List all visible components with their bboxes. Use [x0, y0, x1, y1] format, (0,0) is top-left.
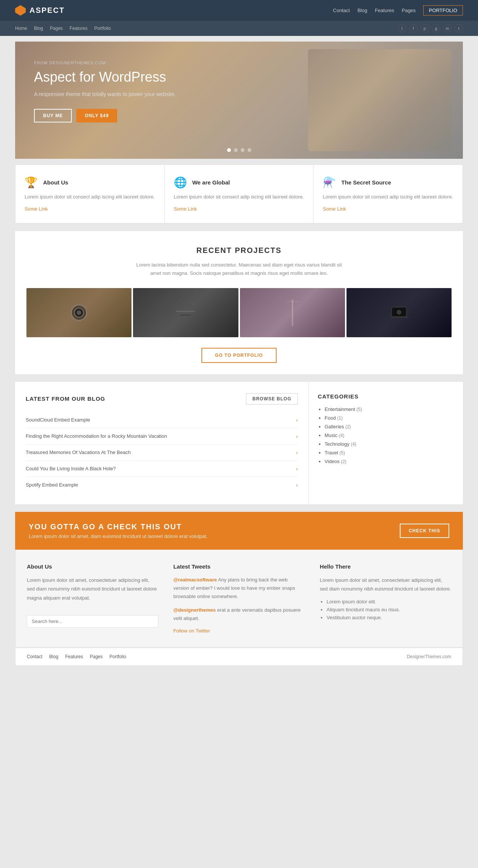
sec-nav-home[interactable]: Home [15, 26, 27, 31]
hero-buttons: BUY ME ONLY $49 [34, 109, 444, 122]
tweets-widget: Latest Tweets @realmacsoftware Any plans… [166, 563, 312, 634]
sec-nav-portfolio[interactable]: Portfolio [94, 26, 111, 31]
footer-link-features[interactable]: Features [65, 654, 83, 659]
social-icons-group: t f p g in t [398, 24, 463, 33]
hero-dot-4[interactable] [248, 148, 251, 152]
footer-link-pages[interactable]: Pages [90, 654, 103, 659]
hero-dot-1[interactable] [227, 148, 231, 152]
category-item-technology[interactable]: Technology (4) [325, 441, 454, 447]
follow-on-twitter-link[interactable]: Follow on Twitter [173, 628, 305, 634]
blog-item-text-1: Finding the Right Accommodation for a Ro… [26, 433, 167, 439]
blog-arrow-icon-3: › [296, 466, 298, 472]
footer-link-portfolio[interactable]: Portfolio [110, 654, 126, 659]
category-item-galleries[interactable]: Galleries (2) [325, 424, 454, 429]
hero-dots [227, 148, 251, 152]
project-image-2[interactable] [133, 288, 238, 337]
go-to-portfolio-button[interactable]: GO TO PORTFOLIO [201, 348, 277, 363]
hello-widget: Hello There Lorem ipsum dolor sit amet, … [312, 563, 451, 634]
nav-contact[interactable]: Contact [333, 8, 350, 13]
linkedin-icon[interactable]: in [443, 24, 452, 33]
feature-text-secret: Lorem ipsum dolor sit consect adip iscin… [323, 193, 453, 201]
nav-blog[interactable]: Blog [357, 8, 367, 13]
logo-icon [15, 5, 26, 16]
blog-item-4[interactable]: Spotify Embed Example › [26, 477, 298, 493]
hello-list-item-0: Lorem ipsum dolor elit. [326, 599, 451, 604]
category-item-videos[interactable]: Videos (2) [325, 459, 454, 464]
feature-boxes: 🏆 About Us Lorem ipsum dolor sit consect… [15, 164, 463, 223]
project-images-grid [26, 288, 452, 337]
nav-portfolio[interactable]: PORTFOLIO [423, 5, 463, 16]
recent-projects-section: RECENT PROJECTS Lorem lacinia bibendum n… [15, 231, 463, 374]
feature-box-about: 🏆 About Us Lorem ipsum dolor sit consect… [15, 165, 165, 223]
googleplus-icon[interactable]: g [432, 24, 440, 33]
category-link-galleries[interactable]: Galleries (2) [325, 424, 351, 429]
browse-blog-button[interactable]: BROWSE BLOG [246, 393, 298, 405]
pinterest-icon[interactable]: p [421, 24, 429, 33]
tweet-handle-1[interactable]: @realmacsoftware [173, 577, 217, 583]
project-image-3[interactable] [240, 288, 345, 337]
category-count-videos: (2) [341, 459, 347, 464]
category-item-travel[interactable]: Travel (5) [325, 450, 454, 456]
feature-title-global: We are Global [192, 179, 230, 186]
feature-link-about[interactable]: Some Link [25, 206, 48, 212]
hello-list-item-2: Vestibulum auctor neque. [326, 615, 451, 620]
laptop-svg [388, 305, 410, 320]
only-49-button[interactable]: ONLY $49 [76, 109, 117, 122]
blog-section-title: LATEST FROM OUR BLOG [26, 395, 105, 402]
svg-point-10 [397, 310, 401, 314]
flask-icon: ⚗️ [323, 176, 336, 189]
category-link-food[interactable]: Food (1) [325, 415, 343, 421]
blog-item-0[interactable]: SoundCloud Embed Example › [26, 412, 298, 428]
buy-me-button[interactable]: BUY ME [34, 109, 72, 122]
check-this-button[interactable]: CHECK THIS [400, 524, 449, 538]
blog-arrow-icon-4: › [296, 482, 298, 488]
go-portfolio-container: GO TO PORTFOLIO [26, 348, 452, 363]
tools-svg [174, 305, 197, 320]
category-count-food: (1) [337, 415, 343, 421]
feature-link-global[interactable]: Some Link [174, 206, 197, 212]
search-input[interactable] [27, 615, 158, 628]
feature-link-secret[interactable]: Some Link [323, 206, 346, 212]
category-item-music[interactable]: Music (4) [325, 432, 454, 438]
project-image-1[interactable] [26, 288, 131, 337]
sec-nav-features[interactable]: Features [70, 26, 87, 31]
blog-item-2[interactable]: Treasured Memories Of Vacations At The B… [26, 445, 298, 461]
nav-features[interactable]: Features [375, 8, 394, 13]
category-link-travel[interactable]: Travel (5) [325, 450, 345, 456]
footer-link-contact[interactable]: Contact [27, 654, 42, 659]
footer-link-blog[interactable]: Blog [49, 654, 58, 659]
blog-item-3[interactable]: Could You Be Living Inside A Black Hole?… [26, 461, 298, 477]
hero-content: FROM DESIGNERTHEMES.COM Aspect for WordP… [15, 42, 463, 141]
category-link-videos[interactable]: Videos (2) [325, 459, 347, 464]
sec-nav-pages[interactable]: Pages [50, 26, 63, 31]
feature-header-about: 🏆 About Us [25, 176, 155, 189]
feature-header-global: 🌐 We are Global [174, 176, 305, 189]
footer-widgets: About Us Lorem ipsum dolor sit amet, con… [15, 550, 463, 648]
hero-dot-3[interactable] [241, 148, 244, 152]
category-item-entertainment[interactable]: Entertainment (5) [325, 406, 454, 412]
sec-nav-blog[interactable]: Blog [34, 26, 43, 31]
cta-banner: YOU GOTTA GO A CHECK THIS OUT Lorem ipsu… [15, 512, 463, 550]
cta-content: YOU GOTTA GO A CHECK THIS OUT Lorem ipsu… [29, 522, 207, 539]
camera-svg [68, 301, 90, 324]
blog-item-1[interactable]: Finding the Right Accommodation for a Ro… [26, 428, 298, 445]
category-count-entertainment: (5) [357, 407, 362, 412]
twitter-icon[interactable]: t [398, 24, 406, 33]
svg-rect-6 [292, 299, 293, 326]
facebook-icon[interactable]: f [409, 24, 418, 33]
hero-dot-2[interactable] [234, 148, 238, 152]
project-image-4[interactable] [347, 288, 452, 337]
category-link-music[interactable]: Music (4) [325, 432, 344, 438]
feature-header-secret: ⚗️ The Secret Source [323, 176, 453, 189]
logo[interactable]: ASPECT [15, 5, 65, 16]
about-widget: About Us Lorem ipsum dolor sit amet, con… [27, 563, 166, 634]
categories-list: Entertainment (5) Food (1) Galleries (2)… [318, 406, 454, 464]
tumblr-icon[interactable]: t [455, 24, 463, 33]
category-link-entertainment[interactable]: Entertainment (5) [325, 406, 362, 412]
category-link-technology[interactable]: Technology (4) [325, 441, 356, 447]
tweet-handle-2[interactable]: @designerthemes [173, 607, 216, 613]
tweets-widget-title: Latest Tweets [173, 563, 305, 570]
nav-pages[interactable]: Pages [402, 8, 416, 13]
footer-bar: Contact Blog Features Pages Portfolio De… [15, 648, 463, 666]
category-item-food[interactable]: Food (1) [325, 415, 454, 421]
